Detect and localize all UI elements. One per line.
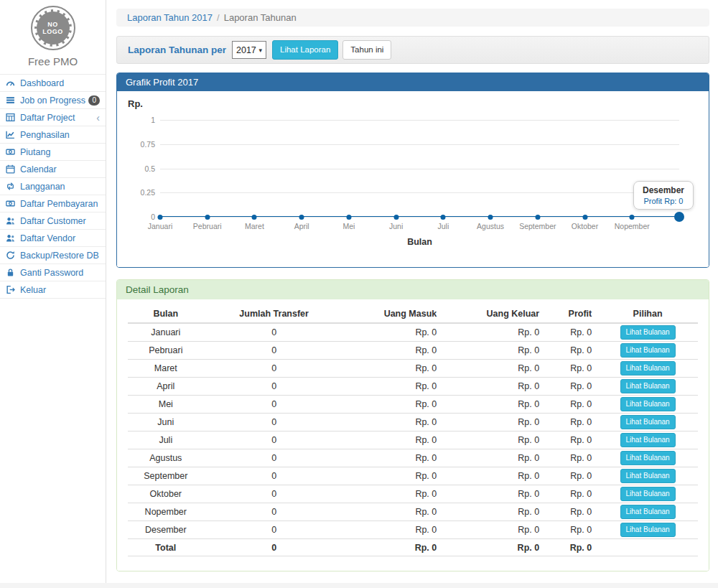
sidebar-item-backup-restore-db[interactable]: Backup/Restore DB: [0, 247, 106, 264]
data-point[interactable]: [252, 215, 257, 220]
cell-profit: Rp. 0: [545, 503, 597, 521]
data-point[interactable]: [393, 215, 398, 220]
data-point[interactable]: [205, 215, 210, 220]
cell-uang-keluar: Rp. 0: [442, 378, 545, 396]
cell-jumlah-transfer: 0: [204, 360, 345, 378]
cell-pilihan: Lihat Bulanan: [597, 521, 698, 539]
sidebar-item-penghasilan[interactable]: Penghasilan: [0, 126, 106, 144]
sidebar-item-dashboard[interactable]: Dashboard: [0, 75, 106, 92]
sidebar-item-keluar[interactable]: Keluar: [0, 281, 106, 299]
lihat-bulanan-button[interactable]: Lihat Bulanan: [620, 361, 676, 375]
x-tick-label: Juni: [389, 222, 403, 230]
cell-bulan: Desember: [128, 521, 204, 539]
filter-label: Laporan Tahunan per: [128, 45, 226, 55]
table-row: Nopember0Rp. 0Rp. 0Rp. 0Lihat Bulanan: [128, 503, 698, 521]
data-point[interactable]: [535, 215, 540, 220]
sidebar-item-daftar-customer[interactable]: Daftar Customer: [0, 213, 106, 230]
lihat-bulanan-button[interactable]: Lihat Bulanan: [620, 505, 676, 519]
cell-bulan: Juni: [128, 414, 204, 431]
sidebar-item-piutang[interactable]: Piutang: [0, 144, 106, 161]
cell-pilihan: Lihat Bulanan: [597, 431, 698, 449]
data-point[interactable]: [630, 215, 635, 220]
lihat-bulanan-button[interactable]: Lihat Bulanan: [620, 451, 676, 465]
profit-chart-panel: Grafik Profit 2017 Rp. Desember Profit R…: [116, 73, 709, 268]
column-header-pilihan: Pilihan: [597, 305, 698, 323]
year-select[interactable]: 2017 ▾: [232, 41, 266, 59]
cell-bulan: Januari: [128, 323, 204, 342]
cell-jumlah-transfer: 0: [204, 414, 345, 431]
lihat-bulanan-button[interactable]: Lihat Bulanan: [620, 325, 676, 340]
data-point[interactable]: [299, 215, 304, 220]
table-row: April0Rp. 0Rp. 0Rp. 0Lihat Bulanan: [128, 378, 698, 396]
sidebar-item-label: Dashboard: [20, 78, 64, 88]
table-row: Oktober0Rp. 0Rp. 0Rp. 0Lihat Bulanan: [128, 485, 698, 503]
sidebar-item-label: Langganan: [20, 182, 65, 192]
column-header-profit: Profit: [545, 305, 597, 323]
table-header-row: Bulan Jumlah Transfer Uang Masuk Uang Ke…: [128, 305, 698, 323]
chart-panel-title: Grafik Profit 2017: [117, 73, 709, 91]
cell-profit: Rp. 0: [545, 323, 597, 342]
table-row: Maret0Rp. 0Rp. 0Rp. 0Lihat Bulanan: [128, 360, 698, 378]
cell-uang-masuk: Rp. 0: [345, 503, 443, 521]
cell-uang-masuk: Rp. 0: [345, 323, 443, 342]
main-content: Laporan Tahun 2017/Laporan Tahunan Lapor…: [106, 0, 718, 583]
lihat-bulanan-button[interactable]: Lihat Bulanan: [620, 487, 676, 501]
cell-profit: Rp. 0: [545, 342, 597, 360]
chevron-left-icon: ‹: [96, 113, 100, 123]
cell-pilihan: Lihat Bulanan: [597, 323, 698, 342]
cell-bulan: Mei: [128, 396, 204, 414]
repeat-icon: [6, 182, 17, 191]
x-axis-label: Bulan: [160, 237, 679, 247]
breadcrumb-link-laporan-tahun[interactable]: Laporan Tahun 2017: [127, 12, 213, 23]
app-name: Free PMO: [0, 55, 106, 67]
cell-profit: Rp. 0: [545, 378, 597, 396]
sidebar-item-ganti-password[interactable]: Ganti Password: [0, 264, 106, 281]
sidebar-item-job-on-progress[interactable]: Job on Progress 0: [0, 92, 106, 109]
sidebar: NO LOGO Free PMO Dashboard Job on Progre…: [0, 0, 106, 583]
lihat-bulanan-button[interactable]: Lihat Bulanan: [620, 469, 676, 483]
y-tick-label: 0.25: [128, 188, 155, 197]
cell-total-action-empty: [597, 539, 698, 556]
sidebar-item-daftar-vendor[interactable]: Daftar Vendor: [0, 230, 106, 247]
lihat-bulanan-button[interactable]: Lihat Bulanan: [620, 433, 676, 447]
data-point[interactable]: [582, 215, 587, 220]
lihat-bulanan-button[interactable]: Lihat Bulanan: [620, 343, 676, 358]
x-tick-label: Oktober: [572, 222, 598, 230]
sidebar-item-calendar[interactable]: Calendar: [0, 161, 106, 178]
sidebar-item-daftar-project[interactable]: Daftar Project ‹: [0, 109, 106, 126]
sidebar-item-langganan[interactable]: Langganan: [0, 178, 106, 195]
cell-pilihan: Lihat Bulanan: [597, 378, 698, 396]
lihat-bulanan-button[interactable]: Lihat Bulanan: [620, 379, 676, 393]
lihat-bulanan-button[interactable]: Lihat Bulanan: [620, 523, 676, 537]
data-point[interactable]: [488, 215, 493, 220]
gridline: [160, 144, 679, 145]
cell-jumlah-transfer: 0: [204, 342, 345, 360]
table-row: Desember0Rp. 0Rp. 0Rp. 0Lihat Bulanan: [128, 521, 698, 539]
lihat-bulanan-button[interactable]: Lihat Bulanan: [620, 415, 676, 429]
sign-out-icon: [6, 285, 17, 294]
cell-uang-keluar: Rp. 0: [442, 396, 545, 414]
lihat-bulanan-button[interactable]: Lihat Bulanan: [620, 397, 676, 411]
cell-profit: Rp. 0: [545, 414, 597, 431]
sidebar-item-daftar-pembayaran[interactable]: Daftar Pembayaran: [0, 195, 106, 213]
cell-uang-keluar: Rp. 0: [442, 467, 545, 485]
gridline: [160, 217, 679, 218]
cell-profit: Rp. 0: [545, 521, 597, 539]
table-row: Pebruari0Rp. 0Rp. 0Rp. 0Lihat Bulanan: [128, 342, 698, 360]
sidebar-item-label: Ganti Password: [20, 268, 83, 278]
data-point[interactable]: [674, 212, 684, 222]
detail-laporan-panel: Detail Laporan Bulan Jumlah Transfer Uan…: [116, 279, 709, 571]
tahun-ini-button[interactable]: Tahun ini: [342, 40, 391, 59]
data-point[interactable]: [158, 215, 163, 220]
data-point[interactable]: [441, 215, 446, 220]
app-logo: NO LOGO: [31, 6, 75, 50]
cell-pilihan: Lihat Bulanan: [597, 396, 698, 414]
tasks-icon: [6, 95, 17, 105]
cell-uang-masuk: Rp. 0: [345, 360, 443, 378]
data-point[interactable]: [346, 215, 351, 220]
cell-profit: Rp. 0: [545, 360, 597, 378]
cell-uang-keluar: Rp. 0: [442, 414, 545, 431]
year-filter-bar: Laporan Tahunan per 2017 ▾ Lihat Laporan…: [116, 36, 709, 64]
lihat-laporan-button[interactable]: Lihat Laporan: [272, 40, 338, 59]
cell-total-uang-keluar: Rp. 0: [442, 539, 545, 556]
